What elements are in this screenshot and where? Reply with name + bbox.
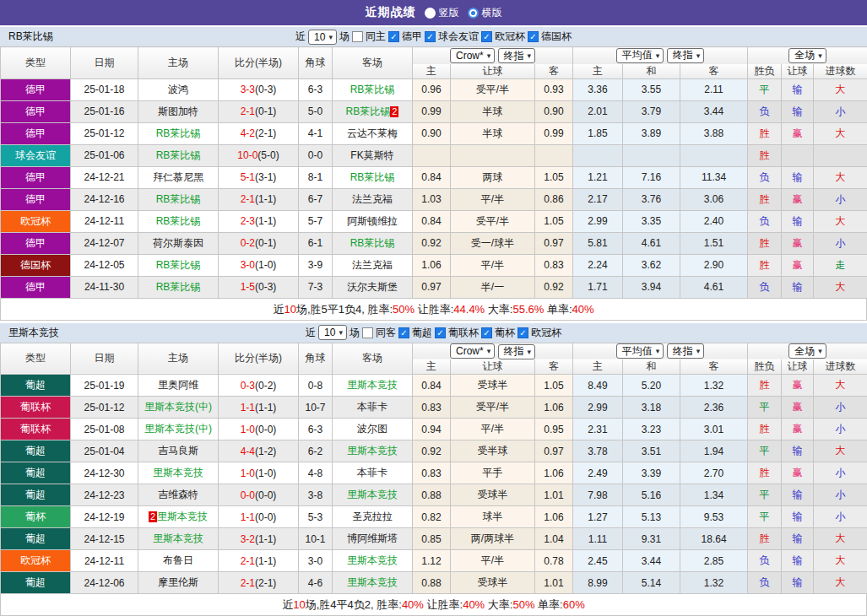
final-odds-select-value: 终指 xyxy=(504,344,524,359)
result-label: 小 xyxy=(836,193,846,205)
league-filter-checkbox[interactable]: ✓ xyxy=(435,327,446,338)
full-match-select[interactable]: 全场▾ xyxy=(788,48,826,63)
league-filter-checkbox[interactable]: ✓ xyxy=(481,31,492,42)
average-select[interactable]: 平均值▾ xyxy=(616,48,664,63)
column-header: 比分(半场) xyxy=(219,343,299,375)
odds-cell: 3.76 xyxy=(623,188,680,210)
odds-cell: 1.04 xyxy=(535,528,573,550)
result-label: 小 xyxy=(836,401,846,413)
result-label: 大 xyxy=(836,215,846,227)
odds-cell: 0.99 xyxy=(413,100,451,122)
score-cell: 3-2(1-1) xyxy=(219,528,299,550)
same-venue-checkbox[interactable] xyxy=(352,31,363,42)
team-label: 云达不莱梅 xyxy=(347,127,398,139)
chevron-down-icon: ▾ xyxy=(818,51,822,60)
radio-horizontal-icon[interactable] xyxy=(468,8,479,19)
league-filter-checkbox[interactable]: ✓ xyxy=(517,327,528,338)
team-label: RB莱比锡 xyxy=(156,281,201,293)
result-cell: 小 xyxy=(814,188,867,210)
league-filter-checkbox[interactable]: ✓ xyxy=(481,327,492,338)
result-cell: 赢 xyxy=(782,397,814,419)
date-cell: 25-01-16 xyxy=(71,100,138,122)
result-cell: 大 xyxy=(814,375,867,397)
bookmaker-select[interactable]: Crow*▾ xyxy=(450,343,495,359)
result-cell: 赢 xyxy=(782,232,814,254)
odds-cell: 0.85 xyxy=(413,528,451,550)
result-label: 赢 xyxy=(793,423,803,435)
result-label: 胜 xyxy=(760,532,770,544)
team-label: 法兰克福 xyxy=(352,259,393,271)
odds-cell: 半球 xyxy=(451,100,535,122)
date-cell: 24-12-06 xyxy=(71,572,138,594)
odds-cell: 0.88 xyxy=(413,484,451,506)
final-odds-select[interactable]: 终指▾ xyxy=(498,344,536,359)
corner-cell: 4-6 xyxy=(299,572,333,594)
recent-count-select[interactable]: 10▾ xyxy=(308,30,337,45)
odds-cell: 0.90 xyxy=(413,122,451,144)
odds-cell: 4.61 xyxy=(623,232,680,254)
result-label: 输 xyxy=(793,171,803,183)
date-cell: 24-12-11 xyxy=(71,210,138,232)
odds-cell: 受一/球半 xyxy=(451,232,535,254)
full-match-select[interactable]: 全场▾ xyxy=(788,343,826,359)
team-label: RB莱比锡 xyxy=(156,193,201,205)
corner-cell: 6-3 xyxy=(299,78,333,100)
result-label: 大 xyxy=(836,445,846,457)
date-cell: 25-01-12 xyxy=(71,122,138,144)
column-header: 日期 xyxy=(71,47,138,79)
fulltime-score: 3-2 xyxy=(241,533,255,545)
odds-cell: 3.18 xyxy=(623,397,680,419)
odds-cell: 2.17 xyxy=(573,188,623,210)
league-filter-checkbox[interactable]: ✓ xyxy=(388,31,399,42)
odds-cell: 受球半 xyxy=(451,572,535,594)
date-cell: 24-12-23 xyxy=(71,484,138,506)
recent-count-select[interactable]: 10▾ xyxy=(318,325,347,340)
league-filter-checkbox[interactable]: ✓ xyxy=(398,327,409,338)
final-odds-select[interactable]: 终指▾ xyxy=(498,48,536,63)
team-label: 里斯本竞技 xyxy=(347,554,398,566)
fulltime-score: 1-5 xyxy=(241,281,255,293)
corner-cell: 3-9 xyxy=(299,254,333,276)
halftime-score: (1-1) xyxy=(255,215,276,227)
bookmaker-select[interactable]: Crow*▾ xyxy=(450,48,495,63)
layout-radio-vertical[interactable]: 竖版 xyxy=(425,6,459,20)
home-team-cell: 波鸿 xyxy=(138,78,219,100)
result-cell: 胜 xyxy=(748,122,782,144)
corner-cell: 3-0 xyxy=(299,550,333,572)
team-label: 里斯本竞技 xyxy=(157,511,208,522)
fulltime-score: 4-2 xyxy=(241,127,255,139)
odds-cell: 0.88 xyxy=(413,572,451,594)
team-label: 里斯本竞技 xyxy=(347,445,398,457)
date-cell: 25-01-19 xyxy=(71,375,138,397)
match-row: 德甲24-12-21拜仁慕尼黑5-1(3-1)8-1RB莱比锡0.84两球1.0… xyxy=(1,166,867,188)
match-row: 德甲24-12-16RB莱比锡2-1(1-1)6-7法兰克福1.03平/半0.8… xyxy=(1,188,867,210)
column-header: 客场 xyxy=(333,343,413,375)
corner-cell: 6-7 xyxy=(299,188,333,210)
result-cell: 小 xyxy=(814,232,867,254)
date-cell: 25-01-08 xyxy=(71,419,138,440)
odds-cell: 3.44 xyxy=(623,550,680,572)
date-cell: 25-01-06 xyxy=(71,144,138,166)
layout-radio-horizontal[interactable]: 横版 xyxy=(468,6,502,20)
result-label: 输 xyxy=(793,105,803,117)
radio-vertical-icon[interactable] xyxy=(425,8,436,19)
odds-cell: 2.31 xyxy=(573,419,623,440)
halftime-score: (0-0) xyxy=(255,511,276,523)
team-label: 里斯本竞技 xyxy=(153,467,203,478)
league-filter-checkbox[interactable]: ✓ xyxy=(528,31,539,42)
same-venue-checkbox[interactable] xyxy=(362,327,373,338)
final-odds-select[interactable]: 终指▾ xyxy=(667,343,705,359)
odds-cell: 3.39 xyxy=(623,462,680,484)
result-label: 负 xyxy=(760,554,770,566)
average-select[interactable]: 平均值▾ xyxy=(616,343,664,359)
chevron-down-icon: ▾ xyxy=(339,328,343,337)
league-filter-checkbox[interactable]: ✓ xyxy=(425,31,436,42)
result-label: 负 xyxy=(760,281,770,293)
final-odds-select[interactable]: 终指▾ xyxy=(667,48,705,63)
sub-column-header: 让球 xyxy=(782,359,814,375)
odds-cell: 18.64 xyxy=(680,528,748,550)
score-cell: 3-0(1-0) xyxy=(219,254,299,276)
home-team-cell: RB莱比锡 xyxy=(138,276,219,298)
fulltime-score: 0-3 xyxy=(241,380,255,392)
league-badge: 葡超 xyxy=(1,440,71,462)
